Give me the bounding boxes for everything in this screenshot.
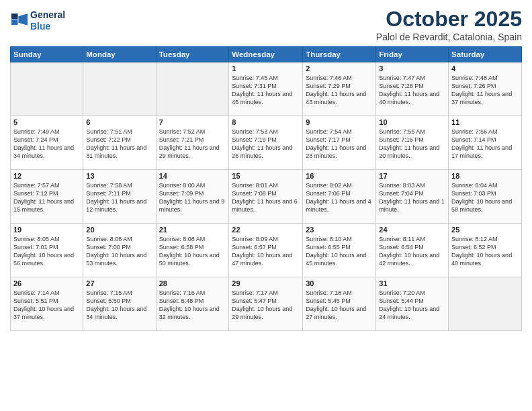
day-info: Sunrise: 8:05 AMSunset: 7:01 PMDaylight:… — [13, 235, 80, 268]
day-info: Sunrise: 8:12 AMSunset: 6:52 PMDaylight:… — [451, 235, 519, 268]
week-row-2: 5Sunrise: 7:49 AMSunset: 7:24 PMDaylight… — [11, 116, 522, 170]
day-number: 5 — [13, 118, 80, 126]
svg-rect-0 — [11, 13, 18, 19]
header: General Blue October 2025 Palol de Revar… — [10, 7, 522, 42]
weekday-header-tuesday: Tuesday — [156, 47, 229, 62]
logo-icon — [11, 13, 28, 26]
day-number: 1 — [232, 64, 300, 73]
day-number: 20 — [86, 226, 152, 234]
calendar-cell: 31Sunrise: 7:20 AMSunset: 5:44 PMDayligh… — [376, 277, 449, 331]
day-info: Sunrise: 8:04 AMSunset: 7:03 PMDaylight:… — [451, 181, 519, 214]
day-info: Sunrise: 8:09 AMSunset: 6:57 PMDaylight:… — [232, 235, 300, 268]
location-title: Palol de Revardit, Catalonia, Spain — [376, 32, 522, 42]
calendar-cell: 20Sunrise: 8:06 AMSunset: 7:00 PMDayligh… — [83, 224, 156, 277]
day-number: 25 — [451, 226, 519, 234]
calendar-cell: 29Sunrise: 7:17 AMSunset: 5:47 PMDayligh… — [229, 277, 303, 331]
calendar-cell: 2Sunrise: 7:46 AMSunset: 7:29 PMDaylight… — [303, 62, 376, 116]
day-info: Sunrise: 7:53 AMSunset: 7:19 PMDaylight:… — [232, 128, 300, 161]
weekday-header-row: SundayMondayTuesdayWednesdayThursdayFrid… — [11, 47, 522, 62]
day-info: Sunrise: 7:17 AMSunset: 5:47 PMDaylight:… — [232, 289, 300, 322]
day-info: Sunrise: 8:03 AMSunset: 7:04 PMDaylight:… — [379, 181, 445, 214]
day-info: Sunrise: 8:01 AMSunset: 7:08 PMDaylight:… — [232, 181, 300, 214]
week-row-4: 19Sunrise: 8:05 AMSunset: 7:01 PMDayligh… — [11, 224, 522, 277]
calendar-cell: 28Sunrise: 7:16 AMSunset: 5:48 PMDayligh… — [156, 277, 229, 331]
svg-rect-1 — [11, 19, 18, 25]
day-info: Sunrise: 7:18 AMSunset: 5:45 PMDaylight:… — [306, 289, 373, 322]
day-number: 19 — [13, 226, 80, 234]
calendar-cell — [449, 277, 522, 331]
day-number: 7 — [159, 118, 226, 126]
day-number: 2 — [306, 64, 373, 73]
day-number: 10 — [379, 118, 445, 126]
day-number: 29 — [232, 279, 300, 287]
day-number: 13 — [86, 172, 152, 180]
day-number: 17 — [379, 172, 445, 180]
day-number: 8 — [232, 118, 300, 126]
day-number: 6 — [86, 118, 152, 126]
day-info: Sunrise: 8:02 AMSunset: 7:06 PMDaylight:… — [306, 181, 373, 214]
logo-blue: Blue — [30, 21, 65, 32]
day-info: Sunrise: 7:46 AMSunset: 7:29 PMDaylight:… — [306, 74, 373, 107]
calendar-cell: 5Sunrise: 7:49 AMSunset: 7:24 PMDaylight… — [11, 116, 83, 170]
day-number: 15 — [232, 172, 300, 180]
calendar-cell: 16Sunrise: 8:02 AMSunset: 7:06 PMDayligh… — [303, 170, 376, 224]
calendar-cell — [156, 62, 229, 116]
day-info: Sunrise: 7:55 AMSunset: 7:16 PMDaylight:… — [379, 128, 445, 161]
calendar-cell: 13Sunrise: 7:58 AMSunset: 7:11 PMDayligh… — [83, 170, 156, 224]
day-number: 24 — [379, 226, 445, 234]
day-number: 31 — [379, 279, 445, 287]
weekday-header-monday: Monday — [83, 47, 156, 62]
calendar-cell: 17Sunrise: 8:03 AMSunset: 7:04 PMDayligh… — [376, 170, 449, 224]
calendar-cell: 1Sunrise: 7:45 AMSunset: 7:31 PMDaylight… — [229, 62, 303, 116]
day-info: Sunrise: 7:47 AMSunset: 7:28 PMDaylight:… — [379, 74, 445, 107]
day-number: 27 — [86, 279, 152, 287]
week-row-1: 1Sunrise: 7:45 AMSunset: 7:31 PMDaylight… — [11, 62, 522, 116]
calendar-cell: 23Sunrise: 8:10 AMSunset: 6:55 PMDayligh… — [303, 224, 376, 277]
day-info: Sunrise: 7:49 AMSunset: 7:24 PMDaylight:… — [13, 128, 80, 161]
calendar-cell: 18Sunrise: 8:04 AMSunset: 7:03 PMDayligh… — [449, 170, 522, 224]
day-number: 21 — [159, 226, 226, 234]
calendar-cell: 24Sunrise: 8:11 AMSunset: 6:54 PMDayligh… — [376, 224, 449, 277]
calendar-cell: 11Sunrise: 7:56 AMSunset: 7:14 PMDayligh… — [449, 116, 522, 170]
calendar-cell: 12Sunrise: 7:57 AMSunset: 7:12 PMDayligh… — [11, 170, 83, 224]
calendar-cell: 21Sunrise: 8:08 AMSunset: 6:58 PMDayligh… — [156, 224, 229, 277]
day-number: 3 — [379, 64, 445, 73]
day-info: Sunrise: 7:56 AMSunset: 7:14 PMDaylight:… — [451, 128, 519, 161]
day-info: Sunrise: 7:15 AMSunset: 5:50 PMDaylight:… — [86, 289, 152, 322]
day-number: 18 — [451, 172, 519, 180]
calendar-cell: 19Sunrise: 8:05 AMSunset: 7:01 PMDayligh… — [11, 224, 83, 277]
weekday-header-thursday: Thursday — [303, 47, 376, 62]
calendar-cell: 10Sunrise: 7:55 AMSunset: 7:16 PMDayligh… — [376, 116, 449, 170]
day-info: Sunrise: 8:08 AMSunset: 6:58 PMDaylight:… — [159, 235, 226, 268]
day-number: 11 — [451, 118, 519, 126]
day-number: 22 — [232, 226, 300, 234]
day-number: 23 — [306, 226, 373, 234]
calendar-cell: 9Sunrise: 7:54 AMSunset: 7:17 PMDaylight… — [303, 116, 376, 170]
day-number: 30 — [306, 279, 373, 287]
calendar-cell: 22Sunrise: 8:09 AMSunset: 6:57 PMDayligh… — [229, 224, 303, 277]
day-info: Sunrise: 8:11 AMSunset: 6:54 PMDaylight:… — [379, 235, 445, 268]
calendar-cell: 14Sunrise: 8:00 AMSunset: 7:09 PMDayligh… — [156, 170, 229, 224]
day-info: Sunrise: 7:57 AMSunset: 7:12 PMDaylight:… — [13, 181, 80, 214]
day-info: Sunrise: 7:16 AMSunset: 5:48 PMDaylight:… — [159, 289, 226, 322]
day-info: Sunrise: 7:48 AMSunset: 7:26 PMDaylight:… — [451, 74, 519, 107]
day-number: 26 — [13, 279, 80, 287]
day-number: 12 — [13, 172, 80, 180]
title-section: October 2025 Palol de Revardit, Cataloni… — [376, 7, 522, 42]
weekday-header-wednesday: Wednesday — [229, 47, 303, 62]
calendar-cell — [83, 62, 156, 116]
day-info: Sunrise: 8:10 AMSunset: 6:55 PMDaylight:… — [306, 235, 373, 268]
calendar-cell: 4Sunrise: 7:48 AMSunset: 7:26 PMDaylight… — [449, 62, 522, 116]
calendar-cell: 8Sunrise: 7:53 AMSunset: 7:19 PMDaylight… — [229, 116, 303, 170]
calendar-cell: 30Sunrise: 7:18 AMSunset: 5:45 PMDayligh… — [303, 277, 376, 331]
week-row-3: 12Sunrise: 7:57 AMSunset: 7:12 PMDayligh… — [11, 170, 522, 224]
calendar-cell — [11, 62, 83, 116]
calendar-cell: 15Sunrise: 8:01 AMSunset: 7:08 PMDayligh… — [229, 170, 303, 224]
day-info: Sunrise: 7:58 AMSunset: 7:11 PMDaylight:… — [86, 181, 152, 214]
week-row-5: 26Sunrise: 7:14 AMSunset: 5:51 PMDayligh… — [11, 277, 522, 331]
calendar-cell: 27Sunrise: 7:15 AMSunset: 5:50 PMDayligh… — [83, 277, 156, 331]
calendar-cell: 6Sunrise: 7:51 AMSunset: 7:22 PMDaylight… — [83, 116, 156, 170]
day-number: 28 — [159, 279, 226, 287]
day-number: 4 — [451, 64, 519, 73]
day-info: Sunrise: 7:54 AMSunset: 7:17 PMDaylight:… — [306, 128, 373, 161]
